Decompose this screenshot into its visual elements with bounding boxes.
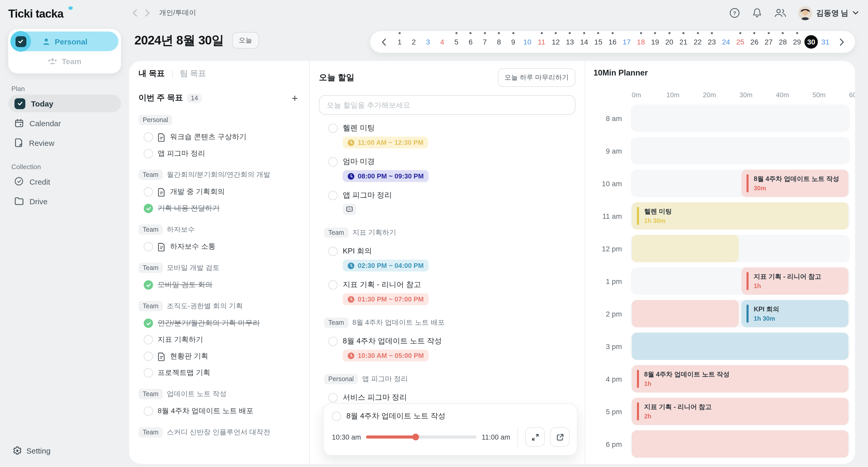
todo-checkbox[interactable]: [328, 337, 338, 346]
sidebar-item-review[interactable]: Review: [8, 134, 121, 151]
planner-row-grid[interactable]: [631, 235, 850, 262]
goal-checkbox[interactable]: [144, 368, 153, 378]
planner-event[interactable]: 지표 기획 - 리니어 참고1h: [741, 267, 848, 295]
planner-row-grid[interactable]: 헬렌 미팅1h 30m: [631, 202, 850, 230]
date-cell-25[interactable]: 25: [734, 35, 747, 49]
slider-thumb[interactable]: [412, 434, 419, 440]
date-cell-7[interactable]: 7: [478, 35, 491, 49]
planner-event[interactable]: KPI 회의1h 30m: [741, 300, 848, 327]
sidebar-item-setting[interactable]: Setting: [12, 446, 51, 456]
date-cell-30[interactable]: 30: [804, 35, 818, 49]
date-cell-26[interactable]: 26: [748, 35, 761, 49]
date-cell-29[interactable]: 29: [790, 35, 804, 49]
goal-checkbox[interactable]: [144, 204, 153, 213]
goal-item[interactable]: 8월 4주차 업데이트 노트 배포: [138, 407, 300, 416]
goal-item[interactable]: 기획 내용 전달하기: [138, 204, 300, 213]
date-cell-4[interactable]: 4: [436, 35, 449, 49]
goal-item[interactable]: 앱 피그마 정리: [138, 149, 300, 158]
planner-event[interactable]: [632, 235, 739, 262]
date-cell-8[interactable]: 8: [492, 35, 505, 49]
memo-icon[interactable]: [343, 204, 356, 215]
goal-checkbox[interactable]: [144, 407, 153, 416]
todo-item[interactable]: KPI 회의02:30 PM ~ 04:00 PM: [319, 246, 576, 271]
date-cell-10[interactable]: 10: [521, 35, 534, 49]
planner-row-grid[interactable]: 8월 4주차 업데이트 노트 작성1h: [631, 365, 850, 392]
planner-event[interactable]: [632, 300, 739, 327]
date-cell-1[interactable]: 1: [393, 35, 406, 49]
forward-icon[interactable]: [145, 9, 150, 17]
time-slider[interactable]: [366, 435, 477, 439]
goal-checkbox[interactable]: [144, 187, 153, 197]
date-cell-5[interactable]: 5: [450, 35, 463, 49]
expand-button[interactable]: [525, 427, 545, 447]
todo-item[interactable]: 헬렌 미팅11:00 AM ~ 12:30 PM: [319, 123, 576, 148]
add-todo-input[interactable]: [319, 95, 576, 115]
todo-checkbox[interactable]: [328, 191, 338, 200]
date-cell-16[interactable]: 16: [606, 35, 619, 49]
goal-checkbox[interactable]: [144, 280, 153, 290]
todo-item[interactable]: 엄마 미경08:00 PM ~ 09:30 PM: [319, 157, 576, 182]
planner-row-grid[interactable]: 지표 기획 - 리니어 참고1h: [631, 267, 850, 295]
todo-checkbox[interactable]: [328, 393, 338, 402]
date-cell-27[interactable]: 27: [762, 35, 775, 49]
tab-team-goals[interactable]: 팀 목표: [180, 68, 206, 79]
todo-item[interactable]: 지표 기획 - 리니어 참고01:30 PM ~ 07:00 PM: [319, 280, 576, 305]
back-icon[interactable]: [132, 9, 137, 17]
time-chip[interactable]: 10:30 AM ~ 05:00 PM: [343, 350, 429, 361]
todo-checkbox[interactable]: [328, 157, 338, 166]
sidebar-item-calendar[interactable]: Calendar: [8, 114, 121, 132]
planner-event[interactable]: 지표 기획 - 리니어 참고2h: [632, 398, 848, 425]
date-cell-18[interactable]: 18: [634, 35, 648, 49]
goal-item[interactable]: 개발 중 기획회의: [138, 187, 300, 197]
todo-item[interactable]: 앱 피그마 정리: [319, 190, 576, 215]
goal-item[interactable]: 연간/분기/월간회의 기획 마무리: [138, 319, 300, 328]
goal-item[interactable]: 하자보수 소통: [138, 242, 300, 251]
goal-item[interactable]: 워크숍 콘텐츠 구상하기: [138, 133, 300, 142]
sidebar-item-credit[interactable]: Credit: [8, 173, 121, 190]
date-cell-31[interactable]: 31: [818, 35, 832, 49]
date-cell-21[interactable]: 21: [677, 35, 690, 49]
date-cell-2[interactable]: 2: [407, 35, 421, 49]
date-cell-12[interactable]: 12: [549, 35, 562, 49]
date-cell-23[interactable]: 23: [705, 35, 719, 49]
goal-item[interactable]: 현황판 기획: [138, 352, 300, 361]
time-chip[interactable]: 02:30 PM ~ 04:00 PM: [343, 260, 428, 271]
notification-bell-icon[interactable]: [752, 7, 763, 19]
today-button[interactable]: 오늘: [232, 32, 259, 49]
goal-checkbox[interactable]: [144, 149, 153, 158]
open-external-button[interactable]: [550, 427, 570, 447]
workspace-personal[interactable]: Personal: [11, 32, 118, 51]
date-cell-6[interactable]: 6: [464, 35, 477, 49]
detail-checkbox[interactable]: [332, 411, 341, 421]
planner-event[interactable]: 8월 4주차 업데이트 노트 작성30m: [741, 170, 848, 197]
next-week-icon[interactable]: [836, 38, 847, 46]
date-cell-20[interactable]: 20: [662, 35, 676, 49]
goal-checkbox[interactable]: [144, 133, 153, 142]
help-icon[interactable]: ?: [729, 7, 740, 19]
date-cell-13[interactable]: 13: [563, 35, 577, 49]
goal-checkbox[interactable]: [144, 319, 153, 328]
planner-row-grid[interactable]: [631, 137, 850, 165]
planner-event[interactable]: 8월 4주차 업데이트 노트 작성1h: [632, 365, 848, 392]
date-cell-11[interactable]: 11: [535, 35, 548, 49]
todo-checkbox[interactable]: [328, 246, 338, 256]
profile-menu[interactable]: 김동영 님: [798, 6, 859, 20]
time-chip[interactable]: 11:00 AM ~ 12:30 PM: [343, 137, 428, 148]
workspace-team[interactable]: Team: [11, 51, 118, 71]
goal-item[interactable]: 프로젝트맵 기획: [138, 368, 300, 378]
date-cell-3[interactable]: 3: [421, 35, 435, 49]
time-chip[interactable]: 01:30 PM ~ 07:00 PM: [343, 293, 428, 305]
date-cell-14[interactable]: 14: [578, 35, 591, 49]
planner-event[interactable]: [632, 430, 848, 458]
app-logo[interactable]: Ticki tacka: [8, 7, 121, 21]
planner-row-grid[interactable]: [631, 430, 850, 458]
planner-event[interactable]: [632, 332, 848, 360]
date-cell-24[interactable]: 24: [719, 35, 733, 49]
goal-item[interactable]: 모바일 검토 회의: [138, 280, 300, 290]
todo-checkbox[interactable]: [328, 280, 338, 289]
date-cell-9[interactable]: 9: [506, 35, 520, 49]
tab-my-goals[interactable]: 내 목표: [138, 68, 165, 79]
date-cell-17[interactable]: 17: [620, 35, 633, 49]
date-cell-15[interactable]: 15: [592, 35, 605, 49]
date-cell-22[interactable]: 22: [691, 35, 704, 49]
